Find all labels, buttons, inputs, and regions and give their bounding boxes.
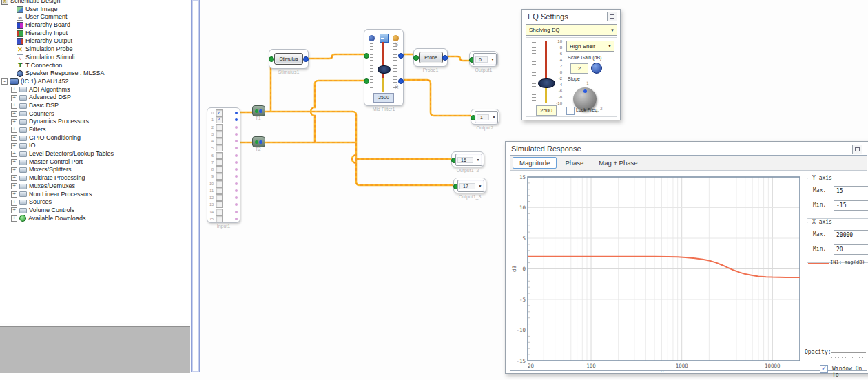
output1-3-channel-select[interactable]: 17▼ <box>457 180 484 192</box>
tree-expander-icon[interactable]: + <box>11 175 17 181</box>
tree-expander-icon[interactable]: + <box>11 151 17 157</box>
tree-item[interactable]: +Dynamics Processors <box>0 118 190 126</box>
channel-checkbox[interactable] <box>216 152 223 159</box>
tab-mag-phase[interactable]: Mag + Phase <box>592 158 643 168</box>
output2-block[interactable]: 1▼ Output2 <box>471 109 499 125</box>
tree-item[interactable]: +Counters <box>0 110 190 118</box>
channel-checkbox[interactable] <box>216 180 223 187</box>
output1-block[interactable]: 0▼ Output1 <box>469 51 498 67</box>
tree-expander-icon[interactable]: - <box>1 78 8 85</box>
channel-checkbox[interactable] <box>216 124 223 131</box>
tree-expander-icon[interactable]: + <box>11 103 17 109</box>
tree-expander-icon[interactable]: + <box>11 135 17 141</box>
t-connection-1[interactable] <box>252 105 265 116</box>
tree-item[interactable]: +Filters <box>0 126 190 134</box>
channel-checkbox[interactable] <box>216 201 223 208</box>
eq-gain-slider-thumb[interactable] <box>538 78 555 88</box>
tree-item[interactable]: +Available Downloads <box>0 215 190 223</box>
tree-item[interactable]: Hierarchy Board <box>0 21 190 30</box>
x-max-input[interactable]: 20000 <box>834 230 868 240</box>
channel-checkbox[interactable]: ✓ <box>216 116 223 123</box>
scale-gain-input[interactable]: 2 <box>570 63 588 74</box>
output2-channel-select[interactable]: 1▼ <box>475 111 498 123</box>
channel-checkbox[interactable]: ✓ <box>216 109 223 116</box>
tree-item[interactable]: User Image <box>0 6 190 14</box>
t-connection-2[interactable] <box>252 136 265 147</box>
tree-item[interactable]: +Multirate Processing <box>0 174 190 182</box>
channel-checkbox[interactable] <box>216 173 223 180</box>
tree-expander-icon[interactable]: + <box>11 143 17 149</box>
tree-item[interactable]: ⚙Schematic Design <box>0 0 190 6</box>
y-max-input[interactable]: 15 <box>834 186 868 196</box>
eq-type-select[interactable]: Shelving EQ▼ <box>526 24 617 36</box>
tree-expander-icon[interactable]: + <box>11 159 17 165</box>
eq-gain-slider-track[interactable] <box>545 41 547 103</box>
tree-item[interactable]: +Advanced DSP <box>0 94 190 102</box>
channel-checkbox[interactable] <box>216 145 223 151</box>
tree-item[interactable]: ∿Simulation Stimuli <box>0 54 190 62</box>
eq-panel-close-button[interactable] <box>607 12 617 21</box>
channel-checkbox[interactable] <box>216 215 223 222</box>
eq-freq-input[interactable]: 2500 <box>536 105 557 116</box>
stimulus-button[interactable]: Stimulus <box>274 53 303 65</box>
x-min-input[interactable]: 20 <box>834 244 868 255</box>
tree-item[interactable]: +Level Detectors/Lookup Tables <box>0 150 190 158</box>
tree-item[interactable]: +Mixers/Splitters <box>0 166 190 174</box>
channel-checkbox[interactable] <box>216 209 223 215</box>
output1-2-block[interactable]: 16▼ Output1_2 <box>451 151 484 167</box>
tree-item[interactable]: +Non Linear Processors <box>0 191 190 199</box>
tree-expander-icon[interactable]: + <box>11 200 17 206</box>
tree-expander-icon[interactable]: + <box>11 127 17 133</box>
filter-freq-value[interactable]: 2500 <box>373 93 394 103</box>
tree-expander-icon[interactable]: + <box>11 207 17 213</box>
filter-slider-thumb[interactable] <box>378 65 391 74</box>
tree-item[interactable]: +Master Control Port <box>0 158 190 167</box>
filter-mode3-icon[interactable] <box>393 35 399 41</box>
tab-magnitude[interactable]: Magnitude <box>513 157 557 169</box>
tree-item[interactable]: +ADI Algorithms <box>0 86 190 94</box>
output1-3-block[interactable]: 17▼ Output1_3 <box>453 178 486 193</box>
tree-item[interactable]: -(IC 1) ADAU1452 <box>0 78 190 86</box>
tree-expander-icon[interactable]: + <box>11 191 17 198</box>
filter-mode1-icon[interactable] <box>369 35 375 41</box>
tree-expander-icon[interactable]: + <box>11 87 17 93</box>
tree-expander-icon[interactable]: + <box>11 119 17 125</box>
tree-item[interactable]: ✕Simulation Probe <box>0 45 190 54</box>
channel-checkbox[interactable] <box>216 166 223 173</box>
tree-item[interactable]: Speaker Response : MLSSA <box>0 70 190 78</box>
tree-item[interactable]: abUser Comment <box>0 13 190 21</box>
tree-expander-icon[interactable]: + <box>11 111 17 117</box>
channel-checkbox[interactable] <box>216 159 223 166</box>
tree-item[interactable]: Hierarchy Input <box>0 30 190 38</box>
lock-freq-checkbox[interactable] <box>566 107 575 115</box>
stimulus-block[interactable]: Stimulus Stimulus1 <box>269 49 309 69</box>
tree-item[interactable]: +Basic DSP <box>0 102 190 110</box>
gain-lock-icon[interactable] <box>591 63 602 74</box>
tree-item[interactable]: +IO <box>0 142 190 150</box>
tab-phase[interactable]: Phase <box>559 158 590 168</box>
input1-block[interactable]: 0✓1✓23456789101112131415 Input1 <box>207 107 240 223</box>
tree-expander-icon[interactable]: + <box>11 183 17 189</box>
channel-checkbox[interactable] <box>216 194 223 201</box>
eq-shelf-select[interactable]: High Shelf▼ <box>566 41 614 52</box>
opacity-slider[interactable] <box>831 352 866 353</box>
tree-item[interactable]: +Sources <box>0 198 190 207</box>
y-min-input[interactable]: -15 <box>834 200 868 211</box>
tree-expander-icon[interactable]: + <box>11 215 17 222</box>
tree-expander-icon[interactable]: + <box>11 167 17 173</box>
probe-block[interactable]: Probe Probe1 <box>413 48 448 67</box>
channel-checkbox[interactable] <box>216 138 223 145</box>
output1-2-channel-select[interactable]: 16▼ <box>455 154 482 166</box>
channel-checkbox[interactable] <box>216 131 223 138</box>
tree-item[interactable]: +Volume Controls <box>0 207 190 215</box>
tree-item[interactable]: Hierarchy Output <box>0 37 190 45</box>
output1-channel-select[interactable]: 0▼ <box>473 53 497 65</box>
channel-checkbox[interactable] <box>216 187 223 194</box>
tree-item[interactable]: +GPIO Conditioning <box>0 134 190 142</box>
window-on-top-checkbox[interactable]: ✓ <box>820 365 828 373</box>
tree-expander-icon[interactable]: + <box>11 95 17 101</box>
tree-item[interactable]: +Muxes/Demuxes <box>0 182 190 191</box>
mid-filter-block[interactable]: 10 -10 2500 Mid Filter1 <box>364 29 404 106</box>
probe-button[interactable]: Probe <box>419 52 443 63</box>
tree-item[interactable]: TT Connection <box>0 62 190 70</box>
